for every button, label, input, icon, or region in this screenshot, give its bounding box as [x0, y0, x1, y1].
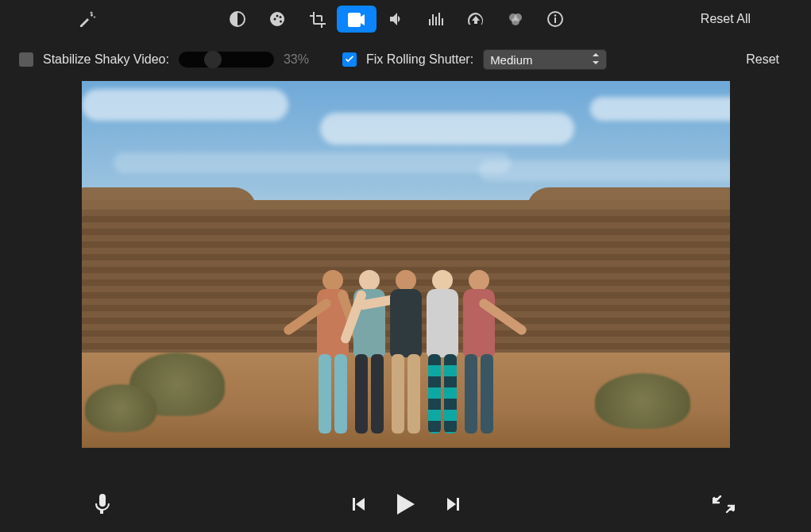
svg-point-2 [512, 17, 519, 25]
filters-tab[interactable] [496, 6, 535, 33]
speed-tab[interactable] [456, 6, 496, 33]
stabilization-tab[interactable] [337, 6, 377, 33]
play-button[interactable] [396, 492, 416, 519]
previous-frame-button[interactable] [350, 495, 367, 516]
rolling-shutter-select[interactable]: Medium [483, 49, 607, 70]
next-frame-button[interactable] [445, 495, 462, 516]
color-balance-tab[interactable] [218, 6, 257, 33]
reset-button[interactable]: Reset [746, 52, 779, 67]
auto-enhance-button[interactable] [67, 6, 106, 33]
chevron-up-down-icon [592, 53, 600, 67]
inspector-tabs [218, 6, 575, 33]
stabilize-slider[interactable] [179, 52, 274, 67]
rolling-shutter-checkbox[interactable] [342, 52, 357, 67]
transport-bar [0, 480, 811, 532]
stabilize-value: 33% [284, 52, 309, 67]
crop-tab[interactable] [297, 6, 337, 33]
rolling-shutter-value: Medium [490, 53, 532, 67]
info-tab[interactable] [535, 6, 575, 33]
svg-rect-4 [554, 17, 556, 23]
inspector-toolbar: Reset All [0, 0, 811, 38]
equalizer-tab[interactable] [416, 6, 456, 33]
svg-point-5 [554, 14, 557, 17]
volume-tab[interactable] [377, 6, 416, 33]
stabilize-label: Stabilize Shaky Video: [43, 52, 169, 67]
color-correction-tab[interactable] [257, 6, 297, 33]
video-preview[interactable] [82, 81, 730, 448]
fullscreen-icon[interactable] [713, 495, 735, 517]
rolling-shutter-label: Fix Rolling Shutter: [366, 52, 473, 67]
microphone-icon[interactable] [94, 493, 111, 519]
reset-all-button[interactable]: Reset All [701, 12, 751, 26]
stabilize-checkbox[interactable] [19, 52, 33, 67]
stabilization-controls: Stabilize Shaky Video: 33% Fix Rolling S… [0, 38, 811, 81]
